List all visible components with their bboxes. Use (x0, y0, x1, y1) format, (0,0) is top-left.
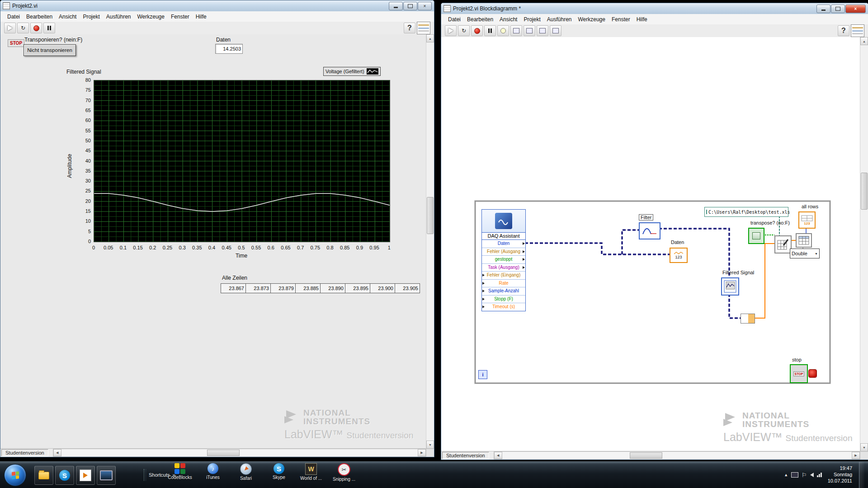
daq-terminal-fehler-eingang[interactable]: Fehler (Eingang) (482, 272, 525, 280)
shortcut-snipping-tool[interactable]: ✂ Snipping ... (328, 463, 360, 488)
abort-button[interactable] (30, 23, 42, 33)
pause-button[interactable] (43, 23, 55, 33)
loop-condition-terminal[interactable] (808, 369, 817, 378)
scrollbar-thumb[interactable] (207, 450, 240, 456)
menu-hilfe[interactable]: Hilfe (633, 15, 651, 24)
step-out-button[interactable] (550, 25, 561, 36)
run-button[interactable] (4, 23, 16, 33)
daq-terminal-rate[interactable]: Rate (482, 280, 525, 288)
menu-ausfuehren[interactable]: Ausführen (103, 12, 134, 21)
step-over-button[interactable] (537, 25, 548, 36)
taskbar-app-window[interactable] (97, 466, 116, 485)
pause-button[interactable] (484, 25, 496, 36)
daten-value[interactable]: 14.2503 (215, 44, 243, 54)
menu-ausfuehren[interactable]: Ausführen (544, 15, 575, 24)
polymorphic-selector[interactable]: Double ▼ (790, 249, 820, 258)
daq-terminal-gestoppt[interactable]: gestoppt (482, 256, 525, 264)
menu-datei[interactable]: Datei (445, 15, 464, 24)
taskbar-app-labview[interactable] (76, 466, 95, 485)
step-into-button[interactable] (524, 25, 535, 36)
menu-projekt[interactable]: Projekt (520, 15, 543, 24)
write-spreadsheet-node[interactable] (774, 235, 792, 253)
menu-fenster[interactable]: Fenster (168, 12, 193, 21)
scrollbar-thumb[interactable] (427, 197, 434, 234)
start-button[interactable] (4, 464, 26, 486)
stop-terminal[interactable]: STOP (790, 364, 808, 383)
daq-terminal-stopp[interactable]: Stopp (F) (482, 296, 525, 304)
minimize-button[interactable] (816, 5, 830, 13)
titlebar[interactable]: Projekt2.vi Blockdiagramm * × (441, 3, 868, 14)
titlebar[interactable]: Projekt2.vi × (0, 0, 434, 12)
highlight-execution-button[interactable] (497, 25, 509, 36)
maximize-button[interactable] (403, 2, 417, 10)
stop-control[interactable]: STOP (8, 39, 24, 47)
array-cell[interactable]: 23.885 (295, 283, 321, 293)
help-button[interactable]: ? (838, 25, 849, 36)
array-cell[interactable]: 23.900 (370, 283, 395, 293)
close-button[interactable]: × (845, 5, 866, 13)
vertical-scrollbar[interactable]: ▲ ▼ (860, 37, 868, 451)
menu-werkzeuge[interactable]: Werkzeuge (134, 12, 167, 21)
daq-assistant-node[interactable]: DAQ Assistant Daten Fehler (Ausgang gest… (481, 209, 526, 311)
array-cell[interactable]: 23.873 (245, 283, 271, 293)
taskbar-clock[interactable]: 19:47 Sonntag 10.07.2011 (828, 465, 852, 484)
horizontal-scrollbar[interactable]: ◀ ▶ (53, 449, 426, 457)
all-rows-terminal[interactable]: 123 (798, 211, 816, 229)
taskbar-app-explorer[interactable] (34, 466, 53, 485)
convert-dynamic-data-node[interactable] (741, 314, 755, 324)
scrollbar-thumb[interactable] (630, 452, 662, 459)
retain-wire-values-button[interactable] (510, 25, 522, 36)
daq-terminal-daten[interactable]: Daten (482, 240, 525, 248)
menu-ansicht[interactable]: Ansicht (56, 12, 80, 21)
scroll-down-arrow[interactable]: ▼ (426, 441, 434, 449)
scroll-up-arrow[interactable]: ▲ (860, 37, 868, 45)
minimize-button[interactable] (389, 2, 403, 10)
vertical-scrollbar[interactable]: ▲ ▼ (426, 34, 434, 449)
resize-grip[interactable] (426, 449, 434, 457)
spreadsheet-format-node[interactable] (796, 233, 812, 248)
menu-ansicht[interactable]: Ansicht (496, 15, 520, 24)
tray-volume-icon[interactable] (810, 473, 814, 477)
resize-grip[interactable] (860, 451, 868, 460)
shortcut-itunes[interactable]: ♪ iTunes (197, 463, 229, 488)
shortcut-safari[interactable]: Safari (230, 463, 262, 488)
tray-network-icon[interactable] (817, 473, 822, 477)
scroll-left-arrow[interactable]: ◀ (494, 452, 502, 459)
chart-legend[interactable]: Voltage (Gefiltert) (323, 67, 381, 76)
scroll-left-arrow[interactable]: ◀ (53, 449, 61, 456)
toolbar-grip[interactable] (144, 469, 146, 481)
menu-bearbeiten[interactable]: Bearbeiten (464, 15, 496, 24)
tray-action-center-icon[interactable]: ⚐ (802, 472, 807, 479)
transpose-button[interactable]: Nicht transponieren (24, 44, 76, 56)
array-cell[interactable]: 23.867 (221, 283, 246, 293)
scrollbar-thumb[interactable] (861, 173, 868, 210)
scroll-up-arrow[interactable]: ▲ (426, 34, 434, 42)
help-button[interactable]: ? (404, 23, 415, 33)
transpose-constant[interactable] (748, 228, 764, 244)
horizontal-scrollbar[interactable]: ◀ ▶ (494, 451, 860, 460)
array-cell[interactable]: 23.879 (270, 283, 296, 293)
daq-terminal-task-ausgang[interactable]: Task (Ausgang) (482, 264, 525, 272)
shortcut-world-of-warcraft[interactable]: W World of ... (295, 463, 327, 488)
file-path-constant[interactable]: C:\Users\Ralf\Desktop\test.xls (704, 207, 788, 217)
array-cell[interactable]: 23.905 (395, 283, 420, 293)
taskbar-app-skype[interactable]: S (55, 466, 74, 485)
filter-node[interactable] (639, 222, 660, 239)
filter-node-label[interactable]: Filter (639, 214, 653, 221)
tray-display-icon[interactable] (791, 472, 798, 478)
run-button[interactable] (445, 25, 457, 36)
vi-connector-icon[interactable] (851, 24, 864, 37)
scroll-right-arrow[interactable]: ▶ (418, 449, 426, 456)
array-cell[interactable]: 23.890 (320, 283, 345, 293)
menu-werkzeuge[interactable]: Werkzeuge (575, 15, 608, 24)
daq-terminal-fehler-ausgang[interactable]: Fehler (Ausgang (482, 248, 525, 256)
maximize-button[interactable] (831, 5, 845, 13)
run-continuous-button[interactable]: ↻ (458, 25, 470, 36)
menu-datei[interactable]: Datei (4, 12, 23, 21)
vi-connector-icon[interactable] (417, 22, 430, 34)
shortcut-skype[interactable]: S Skype (263, 463, 295, 488)
shortcut-codeblocks[interactable]: CodeBlocks (164, 463, 196, 488)
loop-iteration-terminal[interactable]: i (478, 370, 487, 379)
menu-bearbeiten[interactable]: Bearbeiten (23, 12, 56, 21)
close-button[interactable]: × (418, 2, 432, 10)
